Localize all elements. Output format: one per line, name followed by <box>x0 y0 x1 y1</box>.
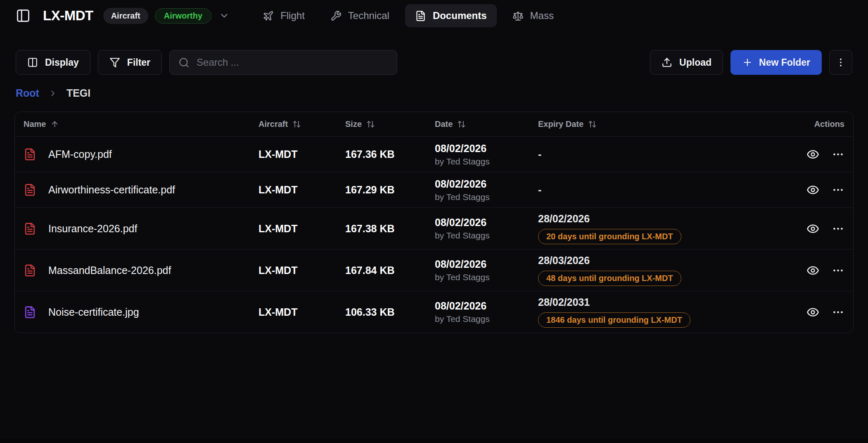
grounding-warning-badge: 48 days until grounding LX-MDT <box>538 271 681 286</box>
wrench-icon <box>330 10 342 21</box>
actions-cell <box>791 148 844 161</box>
expiry-cell: - <box>538 184 791 196</box>
table-row[interactable]: Airworthiness-certificate.pdf LX-MDT 167… <box>15 172 853 208</box>
upload-button-label: Upload <box>679 57 711 68</box>
date-value: 08/02/2026 <box>435 217 538 229</box>
tab-documents[interactable]: Documents <box>405 4 497 27</box>
page-title: LX-MDT <box>43 8 93 24</box>
new-folder-button[interactable]: New Folder <box>730 50 822 75</box>
sort-icon <box>292 120 301 129</box>
filter-button-label: Filter <box>127 57 150 68</box>
ellipsis-icon[interactable] <box>832 183 844 196</box>
expiry-date-value: - <box>538 148 541 160</box>
date-cell: 08/02/2026 by Ted Staggs <box>435 143 538 167</box>
name-cell: AFM-copy.pdf <box>24 148 259 161</box>
column-header-actions: Actions <box>791 119 844 129</box>
eye-icon[interactable] <box>806 183 819 196</box>
app-header: LX-MDT Aircraft Airworthy Flight Technic… <box>0 0 868 31</box>
date-cell: 08/02/2026 by Ted Staggs <box>435 300 538 324</box>
column-header-label: Date <box>435 119 453 129</box>
date-value: 08/02/2026 <box>435 258 538 270</box>
tab-mass[interactable]: Mass <box>503 4 564 27</box>
new-folder-button-label: New Folder <box>759 57 810 68</box>
toolbar-left: Display Filter <box>16 50 397 75</box>
name-cell: MassandBalance-2026.pdf <box>24 264 259 277</box>
kebab-icon <box>835 57 846 68</box>
documents-table: Name Aircraft Size Date Expiry Date Acti… <box>14 112 854 333</box>
actions-cell <box>791 264 844 277</box>
size-cell: 167.84 KB <box>345 264 435 276</box>
expiry-cell: 28/03/2026 48 days until grounding LX-MD… <box>538 255 791 286</box>
plane-icon <box>263 10 274 21</box>
file-name: Airworthiness-certificate.pdf <box>48 184 175 196</box>
expiry-cell: 28/02/2031 1846 days until grounding LX-… <box>538 296 791 328</box>
aircraft-cell: LX-MDT <box>259 184 345 196</box>
column-header-label: Expiry Date <box>538 119 583 129</box>
ellipsis-icon[interactable] <box>832 148 844 161</box>
table-body: AFM-copy.pdf LX-MDT 167.36 KB 08/02/2026… <box>15 137 853 333</box>
breadcrumb-current: TEGI <box>66 87 90 99</box>
date-author: by Ted Staggs <box>435 231 538 241</box>
name-cell: Noise-certificate.jpg <box>24 306 259 319</box>
expiry-date-value: 28/03/2026 <box>538 255 590 267</box>
date-author: by Ted Staggs <box>435 314 538 324</box>
funnel-icon <box>109 57 120 68</box>
column-header-name[interactable]: Name <box>24 119 259 129</box>
file-icon <box>24 183 36 196</box>
file-name: AFM-copy.pdf <box>48 148 112 160</box>
column-header-aircraft[interactable]: Aircraft <box>259 119 345 129</box>
eye-icon[interactable] <box>806 306 819 319</box>
grounding-warning-badge: 1846 days until grounding LX-MDT <box>538 312 690 328</box>
tab-label: Documents <box>433 10 487 21</box>
upload-icon <box>662 57 672 68</box>
column-header-date[interactable]: Date <box>435 119 538 129</box>
actions-cell <box>791 222 844 235</box>
eye-icon[interactable] <box>806 264 819 277</box>
upload-button[interactable]: Upload <box>650 50 723 75</box>
file-name: MassandBalance-2026.pdf <box>48 264 171 276</box>
eye-icon[interactable] <box>806 148 819 161</box>
ellipsis-icon[interactable] <box>832 306 844 319</box>
search-input[interactable] <box>197 57 388 68</box>
table-row[interactable]: MassandBalance-2026.pdf LX-MDT 167.84 KB… <box>15 250 853 291</box>
date-author: by Ted Staggs <box>435 192 538 202</box>
size-cell: 167.36 KB <box>345 148 435 160</box>
table-row[interactable]: Insurance-2026.pdf LX-MDT 167.38 KB 08/0… <box>15 208 853 250</box>
expiry-cell: - <box>538 148 791 160</box>
more-options-button[interactable] <box>829 50 852 75</box>
ellipsis-icon[interactable] <box>832 264 844 277</box>
chevron-down-icon[interactable] <box>219 10 230 21</box>
filter-button[interactable]: Filter <box>98 50 162 75</box>
toolbar-right: Upload New Folder <box>650 50 852 75</box>
eye-icon[interactable] <box>806 222 819 235</box>
grounding-warning-badge: 20 days until grounding LX-MDT <box>538 229 681 244</box>
display-button[interactable]: Display <box>16 50 90 75</box>
table-row[interactable]: Noise-certificate.jpg LX-MDT 106.33 KB 0… <box>15 291 853 333</box>
size-cell: 167.38 KB <box>345 223 435 235</box>
tab-technical[interactable]: Technical <box>320 4 399 27</box>
column-header-size[interactable]: Size <box>345 119 435 129</box>
date-author: by Ted Staggs <box>435 272 538 282</box>
tab-label: Flight <box>280 10 305 21</box>
scale-icon <box>512 10 524 21</box>
aircraft-type-badge: Aircraft <box>103 8 148 24</box>
tab-label: Technical <box>348 10 389 21</box>
actions-cell <box>791 306 844 319</box>
chevron-right-icon <box>48 89 57 98</box>
file-icon <box>24 222 36 235</box>
expiry-date-value: 28/02/2031 <box>538 296 590 308</box>
sort-icon <box>50 120 59 129</box>
sidebar-toggle-icon[interactable] <box>16 8 31 23</box>
breadcrumb-root-link[interactable]: Root <box>16 87 39 99</box>
file-icon <box>24 148 36 161</box>
sort-icon <box>457 120 466 129</box>
search-box[interactable] <box>169 50 397 75</box>
ellipsis-icon[interactable] <box>832 222 844 235</box>
aircraft-cell: LX-MDT <box>259 264 345 276</box>
tab-flight[interactable]: Flight <box>253 4 315 27</box>
table-header-row: Name Aircraft Size Date Expiry Date Acti… <box>15 112 853 137</box>
table-row[interactable]: AFM-copy.pdf LX-MDT 167.36 KB 08/02/2026… <box>15 137 853 172</box>
aircraft-cell: LX-MDT <box>259 148 345 160</box>
file-text-icon <box>415 10 426 21</box>
column-header-expiry-date[interactable]: Expiry Date <box>538 119 791 129</box>
